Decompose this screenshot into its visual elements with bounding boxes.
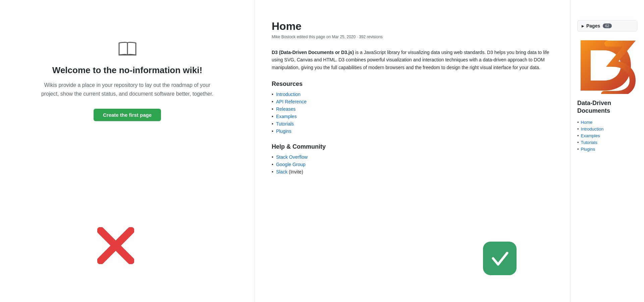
sidebar-panel: ▶ Pages 62 Data-Dri [570, 0, 644, 302]
welcome-title: Welcome to the no-information wiki! [52, 65, 202, 76]
right-section: Home Mike Bostock edited this page on Ma… [255, 0, 644, 302]
api-reference-link[interactable]: API Reference [276, 99, 307, 104]
pages-count-badge: 62 [603, 23, 611, 28]
slack-invite: (Invite) [287, 169, 303, 174]
x-mark-icon [97, 227, 134, 265]
chevron-right-icon: ▶ [582, 24, 584, 28]
list-item: Google Group [272, 162, 553, 167]
list-item: Tutorials [272, 121, 553, 127]
sidebar-home-link[interactable]: Home [581, 120, 593, 125]
help-list: Stack Overflow Google Group Slack (Invit… [272, 154, 553, 174]
sidebar-list-item: Introduction [577, 127, 637, 132]
sidebar-list-item: Examples [577, 133, 637, 138]
create-first-page-button[interactable]: Create the first page [94, 109, 161, 121]
list-item: Examples [272, 114, 553, 119]
middle-panel: Home Mike Bostock edited this page on Ma… [255, 0, 570, 302]
wiki-description: D3 (Data-Driven Documents or D3.js) is a… [272, 49, 553, 71]
pages-label: Pages [586, 23, 600, 29]
list-item: Introduction [272, 92, 553, 97]
releases-link[interactable]: Releases [276, 106, 296, 112]
list-item: Slack (Invite) [272, 169, 553, 174]
googlegroup-link[interactable]: Google Group [276, 162, 306, 167]
list-item: Plugins [272, 129, 553, 134]
list-item: Stack Overflow [272, 154, 553, 160]
list-item: API Reference [272, 99, 553, 104]
d3-sidebar-title: Data-Driven Documents [577, 99, 637, 115]
sidebar-examples-link[interactable]: Examples [581, 133, 600, 138]
welcome-desc: Wikis provide a place in your repository… [40, 81, 215, 98]
resources-list: Introduction API Reference Releases Exam… [272, 92, 553, 134]
sidebar-tutorials-link[interactable]: Tutorials [581, 140, 597, 145]
sidebar-list-item: Home [577, 120, 637, 125]
resources-title: Resources [272, 81, 553, 88]
stackoverflow-link[interactable]: Stack Overflow [276, 154, 308, 160]
checkmark-icon [483, 242, 517, 275]
introduction-link[interactable]: Introduction [276, 92, 301, 97]
slack-link[interactable]: Slack [276, 169, 287, 174]
help-community-title: Help & Community [272, 143, 553, 150]
sidebar-links: Home Introduction Examples Tutorials Plu… [577, 120, 637, 152]
sidebar-list-item: Plugins [577, 147, 637, 152]
pages-header[interactable]: ▶ Pages 62 [577, 20, 637, 32]
plugins-link[interactable]: Plugins [276, 129, 291, 134]
examples-link[interactable]: Examples [276, 114, 297, 119]
list-item: Releases [272, 106, 553, 112]
sidebar-introduction-link[interactable]: Introduction [581, 127, 604, 132]
book-icon [117, 40, 138, 57]
wiki-meta: Mike Bostock edited this page on Mar 25,… [272, 35, 553, 39]
left-panel: Welcome to the no-information wiki! Wiki… [0, 0, 255, 302]
tutorials-link[interactable]: Tutorials [276, 121, 294, 127]
sidebar-plugins-link[interactable]: Plugins [581, 147, 595, 152]
wiki-page-title: Home [272, 20, 553, 33]
d3-logo [577, 37, 638, 94]
sidebar-list-item: Tutorials [577, 140, 637, 145]
